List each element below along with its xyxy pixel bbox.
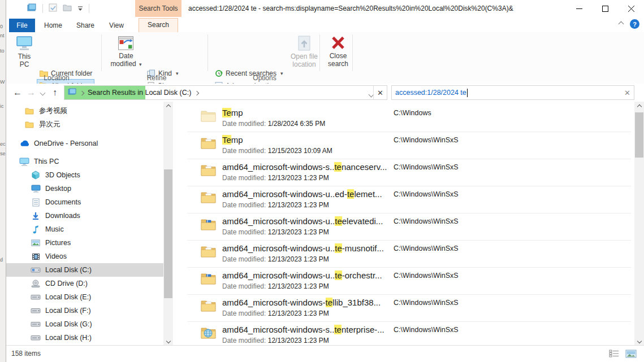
folder-globe-icon xyxy=(201,326,216,341)
breadcrumb-chevron-icon[interactable] xyxy=(195,90,199,95)
file-explorer-window: Search Tools accessed:1/28/2024 te - sea… xyxy=(6,0,644,362)
properties-icon[interactable] xyxy=(49,3,57,14)
search-result-row[interactable]: %amd64_microsoft-windows-tellib_31bf38..… xyxy=(174,295,634,322)
sidebar-item-local-disk-g[interactable]: Local Disk (G:) xyxy=(6,317,163,331)
sidebar-item-3d-objects[interactable]: 3D Objects xyxy=(6,168,163,182)
sidebar-item-local-disk-e[interactable]: Local Disk (E:) xyxy=(6,290,163,304)
file-name: amd64_microsoft-windows-u..teelevatedi..… xyxy=(222,216,383,226)
breadcrumb-chevron-icon[interactable] xyxy=(80,90,84,95)
sidebar-scrollbar[interactable] xyxy=(163,102,173,346)
disk-icon xyxy=(31,307,41,314)
desktop-icon xyxy=(31,185,41,193)
ribbon: This PC Current folder All subfolders Se… xyxy=(6,32,644,84)
search-result-row[interactable]: TempDate modified: 1/28/2024 6:35 PMC:\W… xyxy=(174,105,634,132)
background-text-fragment: nt xyxy=(0,33,5,38)
search-query-text: accessed:1/28/2024 te xyxy=(395,89,466,97)
location-folder-icon xyxy=(68,88,76,97)
search-result-row[interactable]: amd64_microsoft-windows-u..te-orchestr..… xyxy=(174,268,634,295)
tab-share[interactable]: Share xyxy=(71,19,100,32)
sidebar-item-music[interactable]: Music xyxy=(6,223,163,236)
file-name: amd64_microsoft-windows-u..te-musnotif..… xyxy=(222,243,384,253)
disk-icon xyxy=(31,321,41,328)
search-result-row[interactable]: TempDate modified: 12/15/2023 10:09 AMC:… xyxy=(174,132,634,159)
tab-home[interactable]: Home xyxy=(38,19,68,32)
file-path: C:\Windows\WinSxS xyxy=(394,190,459,198)
sidebar-item-label: Documents xyxy=(45,198,81,206)
calendar-icon xyxy=(118,36,135,51)
tab-search[interactable]: Search xyxy=(139,18,178,32)
search-match-highlight: te xyxy=(335,216,342,226)
tab-file[interactable]: File xyxy=(9,19,35,32)
explorer-icon xyxy=(27,3,37,14)
sidebar-item-desktop[interactable]: Desktop xyxy=(6,182,163,195)
sidebar-item-this-pc[interactable]: This PC xyxy=(6,155,163,168)
details-view-icon[interactable] xyxy=(608,348,620,359)
sidebar-item-documents[interactable]: Documents xyxy=(6,195,163,209)
thispc-icon xyxy=(19,158,29,166)
file-name: amd64_microsoft-windows-u..ed-telemet... xyxy=(222,189,382,199)
window-title: accessed:1/28/2024 te - search-ms:displa… xyxy=(188,0,554,17)
separator xyxy=(89,4,89,13)
scroll-down-icon[interactable] xyxy=(634,336,644,346)
sidebar-item-local-disk-f[interactable]: Local Disk (F:) xyxy=(6,304,163,317)
tab-view[interactable]: View xyxy=(102,19,131,32)
scroll-up-icon[interactable] xyxy=(163,102,173,111)
breadcrumb: Search Results in Local Disk (C:) xyxy=(68,86,198,99)
scroll-down-icon[interactable] xyxy=(163,336,173,346)
new-folder-icon[interactable] xyxy=(63,3,72,14)
sidebar-item-videos[interactable]: Videos xyxy=(6,250,163,263)
back-button[interactable]: ← xyxy=(11,84,24,102)
breadcrumb-location[interactable]: Search Results in Local Disk (C:) xyxy=(88,89,191,97)
address-dropdown-icon[interactable] xyxy=(369,89,373,99)
search-result-row[interactable]: %amd64_microsoft-windows-s..tenanceserv.… xyxy=(174,159,634,186)
help-icon[interactable]: ? xyxy=(630,19,639,29)
sidebar-item-local-disk-h[interactable]: Local Disk (H:) xyxy=(6,331,163,344)
address-bar[interactable]: Search Results in Local Disk (C:) ✕ xyxy=(64,85,387,100)
close-search-button[interactable]: Close search xyxy=(323,34,353,69)
file-path: C:\Windows xyxy=(394,109,431,117)
search-result-row[interactable]: amd64_microsoft-windows-u..te-musnotif..… xyxy=(174,241,634,268)
sidebar-item-[interactable]: 异次元 xyxy=(6,117,163,131)
search-input[interactable]: accessed:1/28/2024 te ✕ xyxy=(391,85,634,100)
thumbnail-view-icon[interactable] xyxy=(625,348,637,359)
sidebar-item-pictures[interactable]: Pictures xyxy=(6,236,163,250)
sidebar-item-downloads[interactable]: Downloads xyxy=(6,209,163,223)
maximize-button[interactable] xyxy=(592,0,618,17)
search-tools-contextual-tab[interactable]: Search Tools xyxy=(135,0,181,17)
file-path: C:\Windows\WinSxS xyxy=(394,245,459,252)
minimize-button[interactable] xyxy=(566,0,592,17)
scroll-up-icon[interactable] xyxy=(634,102,644,111)
item-count: 158 items xyxy=(11,346,41,361)
background-text-fragment: ec xyxy=(0,141,6,147)
date-modified-button[interactable]: Date modified ▾ xyxy=(107,34,145,70)
folder-bluebook-icon xyxy=(201,218,216,233)
window-controls xyxy=(566,0,644,17)
scrollbar-thumb[interactable] xyxy=(635,112,643,158)
this-pc-button[interactable]: This PC xyxy=(11,34,38,70)
forward-button[interactable]: → xyxy=(24,84,38,102)
date-modified: Date modified: 12/13/2023 1:23 PM xyxy=(222,228,329,236)
background-text-fragment: d xyxy=(0,257,3,263)
sidebar-item-cd-drive-d[interactable]: CD Drive (D:) xyxy=(6,277,163,290)
close-button[interactable] xyxy=(618,0,644,17)
sidebar-item-local-disk-c[interactable]: Local Disk (C:) xyxy=(6,263,163,277)
search-match-highlight: te xyxy=(334,162,342,172)
background-window-sliver: 0nttoWicecsed xyxy=(0,0,6,362)
collapse-ribbon-icon[interactable] xyxy=(619,21,624,27)
search-result-row[interactable]: amd64_microsoft-windows-u..teelevatedi..… xyxy=(174,213,634,241)
search-result-row[interactable]: amd64_microsoft-windows-u..ed-telemet...… xyxy=(174,186,634,213)
sidebar-item-[interactable]: 参考视频 xyxy=(6,104,163,117)
date-modified-label: Date modified ▾ xyxy=(110,52,142,68)
scrollbar-thumb[interactable] xyxy=(164,169,172,298)
date-modified: Date modified: 12/13/2023 1:23 PM xyxy=(222,337,329,344)
up-button[interactable]: ↑ xyxy=(48,84,62,102)
list-scrollbar[interactable] xyxy=(634,102,644,346)
file-name: Temp xyxy=(222,108,243,117)
sidebar-item-onedrive-personal[interactable]: OneDrive - Personal xyxy=(6,137,163,150)
stop-refresh-icon[interactable]: ✕ xyxy=(373,86,387,99)
clear-search-icon[interactable]: ✕ xyxy=(624,89,630,97)
sidebar-item-label: This PC xyxy=(34,158,59,165)
search-result-row[interactable]: amd64_microsoft-windows-s..tenterprise-.… xyxy=(174,322,634,346)
customize-quick-access-icon[interactable] xyxy=(77,3,83,14)
recent-locations-icon[interactable] xyxy=(38,84,47,102)
